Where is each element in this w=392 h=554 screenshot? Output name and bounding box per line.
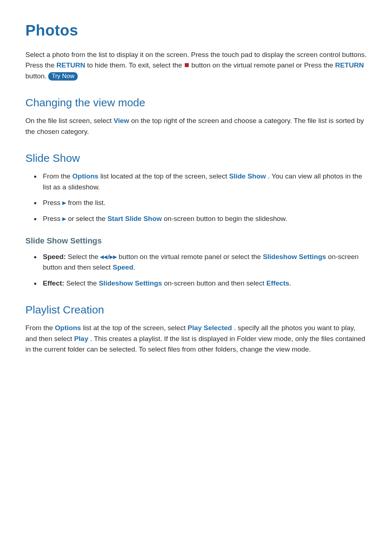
slideshow-settings-label: Slideshow Settings [263, 253, 326, 260]
text: button. [25, 72, 48, 80]
slide-show-label: Slide Show [229, 172, 266, 180]
text: on-screen button to begin the slideshow. [164, 215, 287, 222]
slideshow-settings-label: Slideshow Settings [99, 279, 162, 287]
view-label: View [114, 117, 129, 124]
text: to hide them. To exit, select the [87, 61, 184, 69]
intro-paragraph: Select a photo from the list to display … [25, 49, 367, 81]
list-item: Press ▸ from the list. [41, 197, 367, 208]
playlist-creation-paragraph: From the Options list at the top of the … [25, 323, 367, 354]
effects-label: Effects [266, 279, 289, 287]
text: on-screen button and then select [164, 279, 266, 287]
slide-show-settings-list: Speed: Select the ◂◂/▸▸ button on the vi… [25, 251, 367, 288]
slide-show-list: From the Options list located at the top… [25, 171, 367, 224]
view-mode-paragraph: On the file list screen, select View on … [25, 115, 367, 137]
return-key-label: RETURN [335, 61, 364, 69]
list-item: Speed: Select the ◂◂/▸▸ button on the vi… [41, 251, 367, 273]
text: list at the top of the screen, select [83, 324, 187, 332]
fast-forward-icon: ▸▸ [110, 253, 117, 260]
list-item: Press ▸ or select the Start Slide Show o… [41, 213, 367, 224]
subsection-heading-slide-show-settings: Slide Show Settings [25, 236, 367, 246]
text: Press [43, 199, 62, 206]
try-now-badge[interactable]: Try Now [48, 72, 78, 81]
start-slide-show-label: Start Slide Show [107, 215, 162, 222]
list-item: From the Options list located at the top… [41, 171, 367, 192]
text: Press [43, 215, 62, 222]
text: From the [43, 172, 72, 180]
options-label: Options [55, 324, 81, 332]
text: button on the virtual remote panel or se… [119, 253, 263, 260]
stop-icon [185, 63, 189, 67]
text: or select the [68, 215, 107, 222]
section-heading-slide-show: Slide Show [25, 152, 367, 164]
text: Select the [68, 253, 101, 260]
text: list located at the top of the screen, s… [100, 172, 229, 180]
page: Photos Select a photo from the list to d… [0, 0, 392, 554]
rewind-icon: ◂◂ [100, 253, 107, 260]
text: On the file list screen, select [25, 117, 114, 124]
play-label: Play [74, 335, 88, 342]
play-icon: ▸ [62, 199, 66, 206]
text: button on the virtual remote panel or Pr… [191, 61, 335, 69]
page-title: Photos [25, 22, 367, 39]
text: . [133, 263, 135, 271]
speed-term: Speed: [43, 253, 66, 260]
text: . [289, 279, 291, 287]
play-selected-label: Play Selected [188, 324, 232, 332]
effect-term: Effect: [43, 279, 64, 287]
text: From the [25, 324, 55, 332]
section-heading-playlist-creation: Playlist Creation [25, 304, 367, 316]
text: Select the [66, 279, 99, 287]
speed-label: Speed [113, 263, 133, 271]
section-heading-view-mode: Changing the view mode [25, 97, 367, 109]
list-item: Effect: Select the Slideshow Settings on… [41, 278, 367, 288]
return-key-label: RETURN [57, 61, 85, 69]
options-label: Options [72, 172, 98, 180]
play-icon: ▸ [62, 215, 66, 222]
text: from the list. [68, 199, 105, 206]
